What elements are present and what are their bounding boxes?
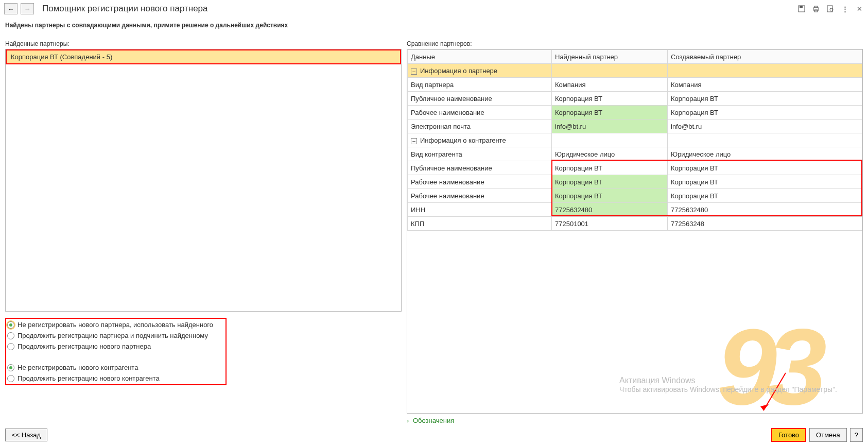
col-found[interactable]: Найденный партнер	[552, 50, 668, 64]
legend-label: Обозначения	[413, 417, 454, 424]
radio-label: Продолжить регистрацию нового партнера	[18, 343, 151, 350]
group-contragent-info[interactable]: –Информация о контрагенте	[408, 133, 862, 147]
table-row: Вид партнераКомпанияКомпания	[408, 78, 862, 92]
found-partner-item[interactable]: Корпорация ВТ (Совпадений - 5)	[6, 49, 401, 64]
help-button[interactable]: ?	[850, 428, 863, 442]
group-label: Информация о контрагенте	[420, 136, 506, 144]
search-doc-icon[interactable]	[826, 4, 835, 13]
instruction-text: Найдены партнеры с совпадающими данными,…	[0, 18, 868, 33]
comparison-label: Сравнение партнеров:	[407, 40, 863, 47]
footer: << Назад Готово Отмена ?	[5, 428, 863, 442]
radio-continue-new-partner[interactable]: Продолжить регистрацию нового партнера	[7, 343, 224, 350]
table-row: ИНН77256324807725632480	[408, 203, 862, 217]
back-button[interactable]: << Назад	[5, 429, 47, 441]
toolbar: ← → Помощник регистрации нового партнера…	[0, 0, 868, 18]
radio-no-register-partner[interactable]: Не регистрировать нового партнера, испол…	[7, 321, 224, 329]
group-label: Информация о партнере	[420, 67, 497, 75]
close-icon[interactable]: ✕	[855, 4, 864, 13]
table-row: КПП772501001772563248	[408, 217, 862, 231]
comparison-table-wrap: Данные Найденный партнер Создаваемый пар…	[407, 49, 863, 414]
table-row: Публичное наименованиеКорпорация ВТКорпо…	[408, 161, 862, 175]
radio-no-register-contragent[interactable]: Не регистрировать нового контрагента	[7, 364, 224, 371]
collapse-icon[interactable]: –	[411, 69, 417, 75]
radio-continue-subordinate[interactable]: Продолжить регистрацию партнера и подчин…	[7, 332, 224, 339]
chevron-right-icon: ›	[407, 417, 409, 424]
svg-rect-1	[800, 6, 803, 8]
collapse-icon[interactable]: –	[411, 138, 417, 144]
table-row: Вид контрагентаЮридическое лицоЮридическ…	[408, 147, 862, 161]
radio-label: Не регистрировать нового партнера, испол…	[18, 321, 213, 329]
right-panel: Сравнение партнеров: Данные Найденный па…	[407, 40, 863, 424]
table-row: Публичное наименованиеКорпорация ВТКорпо…	[408, 92, 862, 106]
print-icon[interactable]	[811, 4, 821, 13]
table-row: Электронная почтаinfo@bt.ruinfo@bt.ru	[408, 119, 862, 133]
radio-icon[interactable]	[7, 375, 14, 382]
radio-icon[interactable]	[7, 364, 14, 371]
decision-radio-group: Не регистрировать нового партнера, испол…	[5, 318, 227, 385]
group-partner-info[interactable]: –Информация о партнере	[408, 64, 862, 78]
back-nav-button[interactable]: ←	[4, 3, 18, 14]
table-row: Рабочее наименованиеКорпорация ВТКорпора…	[408, 106, 862, 119]
radio-icon[interactable]	[7, 343, 14, 350]
radio-label: Не регистрировать нового контрагента	[18, 364, 138, 371]
svg-rect-3	[814, 6, 818, 8]
more-icon[interactable]: ⋮	[840, 4, 849, 13]
left-panel: Найденные партнеры: Корпорация ВТ (Совпа…	[5, 40, 402, 424]
radio-label: Продолжить регистрацию нового контрагент…	[18, 374, 160, 382]
found-partners-list[interactable]: Корпорация ВТ (Совпадений - 5)	[5, 49, 402, 312]
save-icon[interactable]	[797, 4, 806, 13]
col-data[interactable]: Данные	[408, 50, 552, 64]
radio-icon[interactable]	[7, 332, 14, 339]
toolbar-right: ⋮ ✕	[797, 4, 864, 13]
comparison-table: Данные Найденный партнер Создаваемый пар…	[407, 49, 862, 231]
forward-nav-button[interactable]: →	[21, 3, 34, 14]
table-row: Рабочее наименованиеКорпорация ВТКорпора…	[408, 175, 862, 189]
col-created[interactable]: Создаваемый партнер	[668, 50, 862, 64]
svg-rect-5	[827, 6, 832, 12]
table-header-row: Данные Найденный партнер Создаваемый пар…	[408, 50, 862, 64]
radio-label: Продолжить регистрацию партнера и подчин…	[18, 332, 208, 339]
done-button[interactable]: Готово	[771, 428, 806, 442]
radio-icon[interactable]	[7, 321, 14, 329]
page-title: Помощник регистрации нового партнера	[42, 4, 208, 14]
cancel-button[interactable]: Отмена	[809, 428, 847, 442]
legend-link[interactable]: › Обозначения	[407, 417, 863, 424]
table-row: Рабочее наименованиеКорпорация ВТКорпора…	[408, 189, 862, 203]
radio-continue-new-contragent[interactable]: Продолжить регистрацию нового контрагент…	[7, 374, 224, 382]
found-partners-label: Найденные партнеры:	[5, 40, 402, 47]
